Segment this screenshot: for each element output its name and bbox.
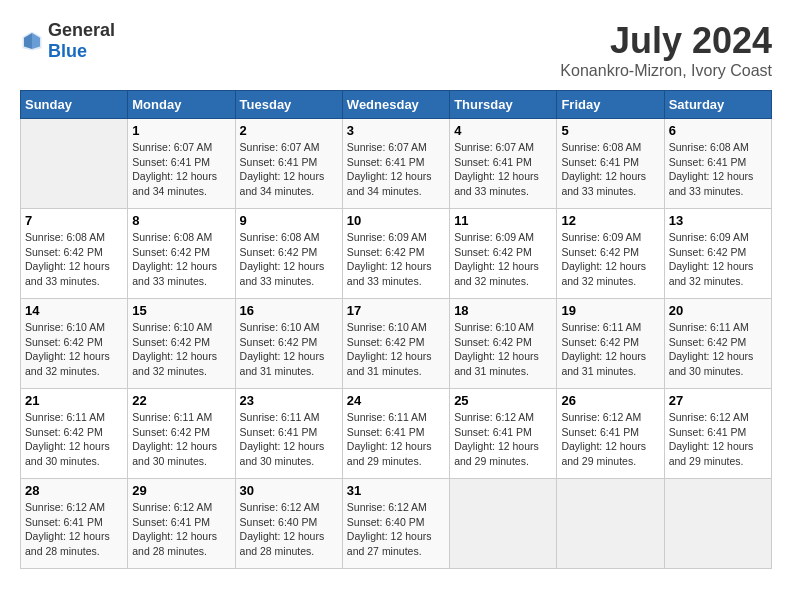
- day-info: Sunrise: 6:12 AMSunset: 6:41 PMDaylight:…: [132, 500, 230, 559]
- month-title: July 2024: [560, 20, 772, 62]
- day-number: 18: [454, 303, 552, 318]
- day-info: Sunrise: 6:07 AMSunset: 6:41 PMDaylight:…: [132, 140, 230, 199]
- day-info: Sunrise: 6:10 AMSunset: 6:42 PMDaylight:…: [25, 320, 123, 379]
- day-number: 15: [132, 303, 230, 318]
- day-cell: 17Sunrise: 6:10 AMSunset: 6:42 PMDayligh…: [342, 299, 449, 389]
- day-cell: 20Sunrise: 6:11 AMSunset: 6:42 PMDayligh…: [664, 299, 771, 389]
- weekday-sunday: Sunday: [21, 91, 128, 119]
- day-info: Sunrise: 6:12 AMSunset: 6:41 PMDaylight:…: [561, 410, 659, 469]
- header: General Blue July 2024 Konankro-Mizron, …: [20, 20, 772, 80]
- day-number: 29: [132, 483, 230, 498]
- day-cell: [450, 479, 557, 569]
- day-info: Sunrise: 6:12 AMSunset: 6:41 PMDaylight:…: [454, 410, 552, 469]
- day-number: 24: [347, 393, 445, 408]
- day-info: Sunrise: 6:11 AMSunset: 6:42 PMDaylight:…: [669, 320, 767, 379]
- week-row-2: 7Sunrise: 6:08 AMSunset: 6:42 PMDaylight…: [21, 209, 772, 299]
- week-row-4: 21Sunrise: 6:11 AMSunset: 6:42 PMDayligh…: [21, 389, 772, 479]
- day-info: Sunrise: 6:12 AMSunset: 6:40 PMDaylight:…: [240, 500, 338, 559]
- day-cell: 26Sunrise: 6:12 AMSunset: 6:41 PMDayligh…: [557, 389, 664, 479]
- title-area: July 2024 Konankro-Mizron, Ivory Coast: [560, 20, 772, 80]
- logo: General Blue: [20, 20, 115, 62]
- day-cell: 31Sunrise: 6:12 AMSunset: 6:40 PMDayligh…: [342, 479, 449, 569]
- day-info: Sunrise: 6:07 AMSunset: 6:41 PMDaylight:…: [454, 140, 552, 199]
- day-info: Sunrise: 6:08 AMSunset: 6:41 PMDaylight:…: [561, 140, 659, 199]
- day-cell: 30Sunrise: 6:12 AMSunset: 6:40 PMDayligh…: [235, 479, 342, 569]
- day-info: Sunrise: 6:11 AMSunset: 6:41 PMDaylight:…: [240, 410, 338, 469]
- weekday-friday: Friday: [557, 91, 664, 119]
- day-cell: 23Sunrise: 6:11 AMSunset: 6:41 PMDayligh…: [235, 389, 342, 479]
- weekday-saturday: Saturday: [664, 91, 771, 119]
- day-number: 2: [240, 123, 338, 138]
- logo-text-group: General Blue: [48, 20, 115, 62]
- day-info: Sunrise: 6:11 AMSunset: 6:42 PMDaylight:…: [561, 320, 659, 379]
- day-cell: 29Sunrise: 6:12 AMSunset: 6:41 PMDayligh…: [128, 479, 235, 569]
- day-info: Sunrise: 6:07 AMSunset: 6:41 PMDaylight:…: [347, 140, 445, 199]
- weekday-wednesday: Wednesday: [342, 91, 449, 119]
- day-info: Sunrise: 6:11 AMSunset: 6:42 PMDaylight:…: [132, 410, 230, 469]
- day-cell: 25Sunrise: 6:12 AMSunset: 6:41 PMDayligh…: [450, 389, 557, 479]
- generalblue-icon: [20, 29, 44, 53]
- day-cell: 7Sunrise: 6:08 AMSunset: 6:42 PMDaylight…: [21, 209, 128, 299]
- day-cell: 16Sunrise: 6:10 AMSunset: 6:42 PMDayligh…: [235, 299, 342, 389]
- day-cell: 3Sunrise: 6:07 AMSunset: 6:41 PMDaylight…: [342, 119, 449, 209]
- day-info: Sunrise: 6:11 AMSunset: 6:42 PMDaylight:…: [25, 410, 123, 469]
- day-number: 26: [561, 393, 659, 408]
- day-cell: 9Sunrise: 6:08 AMSunset: 6:42 PMDaylight…: [235, 209, 342, 299]
- day-cell: 6Sunrise: 6:08 AMSunset: 6:41 PMDaylight…: [664, 119, 771, 209]
- day-info: Sunrise: 6:12 AMSunset: 6:41 PMDaylight:…: [25, 500, 123, 559]
- day-info: Sunrise: 6:07 AMSunset: 6:41 PMDaylight:…: [240, 140, 338, 199]
- day-number: 31: [347, 483, 445, 498]
- day-number: 16: [240, 303, 338, 318]
- day-cell: 18Sunrise: 6:10 AMSunset: 6:42 PMDayligh…: [450, 299, 557, 389]
- day-cell: [557, 479, 664, 569]
- day-number: 11: [454, 213, 552, 228]
- day-info: Sunrise: 6:09 AMSunset: 6:42 PMDaylight:…: [454, 230, 552, 289]
- day-cell: 11Sunrise: 6:09 AMSunset: 6:42 PMDayligh…: [450, 209, 557, 299]
- day-info: Sunrise: 6:08 AMSunset: 6:42 PMDaylight:…: [25, 230, 123, 289]
- day-info: Sunrise: 6:08 AMSunset: 6:42 PMDaylight:…: [240, 230, 338, 289]
- day-cell: 4Sunrise: 6:07 AMSunset: 6:41 PMDaylight…: [450, 119, 557, 209]
- day-cell: 15Sunrise: 6:10 AMSunset: 6:42 PMDayligh…: [128, 299, 235, 389]
- day-info: Sunrise: 6:10 AMSunset: 6:42 PMDaylight:…: [132, 320, 230, 379]
- day-cell: 28Sunrise: 6:12 AMSunset: 6:41 PMDayligh…: [21, 479, 128, 569]
- day-info: Sunrise: 6:09 AMSunset: 6:42 PMDaylight:…: [561, 230, 659, 289]
- day-cell: 8Sunrise: 6:08 AMSunset: 6:42 PMDaylight…: [128, 209, 235, 299]
- calendar-table: SundayMondayTuesdayWednesdayThursdayFrid…: [20, 90, 772, 569]
- logo-general: General: [48, 20, 115, 40]
- day-info: Sunrise: 6:10 AMSunset: 6:42 PMDaylight:…: [240, 320, 338, 379]
- day-info: Sunrise: 6:10 AMSunset: 6:42 PMDaylight:…: [454, 320, 552, 379]
- day-number: 12: [561, 213, 659, 228]
- day-cell: 5Sunrise: 6:08 AMSunset: 6:41 PMDaylight…: [557, 119, 664, 209]
- day-number: 4: [454, 123, 552, 138]
- day-info: Sunrise: 6:10 AMSunset: 6:42 PMDaylight:…: [347, 320, 445, 379]
- day-number: 17: [347, 303, 445, 318]
- day-number: 5: [561, 123, 659, 138]
- day-cell: 13Sunrise: 6:09 AMSunset: 6:42 PMDayligh…: [664, 209, 771, 299]
- day-number: 8: [132, 213, 230, 228]
- day-number: 27: [669, 393, 767, 408]
- day-number: 30: [240, 483, 338, 498]
- day-number: 23: [240, 393, 338, 408]
- day-number: 19: [561, 303, 659, 318]
- location-title: Konankro-Mizron, Ivory Coast: [560, 62, 772, 80]
- day-number: 10: [347, 213, 445, 228]
- day-number: 3: [347, 123, 445, 138]
- day-cell: 10Sunrise: 6:09 AMSunset: 6:42 PMDayligh…: [342, 209, 449, 299]
- day-cell: [664, 479, 771, 569]
- day-number: 7: [25, 213, 123, 228]
- day-number: 9: [240, 213, 338, 228]
- day-cell: 21Sunrise: 6:11 AMSunset: 6:42 PMDayligh…: [21, 389, 128, 479]
- week-row-5: 28Sunrise: 6:12 AMSunset: 6:41 PMDayligh…: [21, 479, 772, 569]
- day-number: 28: [25, 483, 123, 498]
- day-cell: [21, 119, 128, 209]
- day-number: 13: [669, 213, 767, 228]
- day-number: 1: [132, 123, 230, 138]
- day-cell: 14Sunrise: 6:10 AMSunset: 6:42 PMDayligh…: [21, 299, 128, 389]
- week-row-3: 14Sunrise: 6:10 AMSunset: 6:42 PMDayligh…: [21, 299, 772, 389]
- weekday-thursday: Thursday: [450, 91, 557, 119]
- day-number: 20: [669, 303, 767, 318]
- weekday-monday: Monday: [128, 91, 235, 119]
- day-info: Sunrise: 6:09 AMSunset: 6:42 PMDaylight:…: [669, 230, 767, 289]
- weekday-header-row: SundayMondayTuesdayWednesdayThursdayFrid…: [21, 91, 772, 119]
- day-info: Sunrise: 6:12 AMSunset: 6:40 PMDaylight:…: [347, 500, 445, 559]
